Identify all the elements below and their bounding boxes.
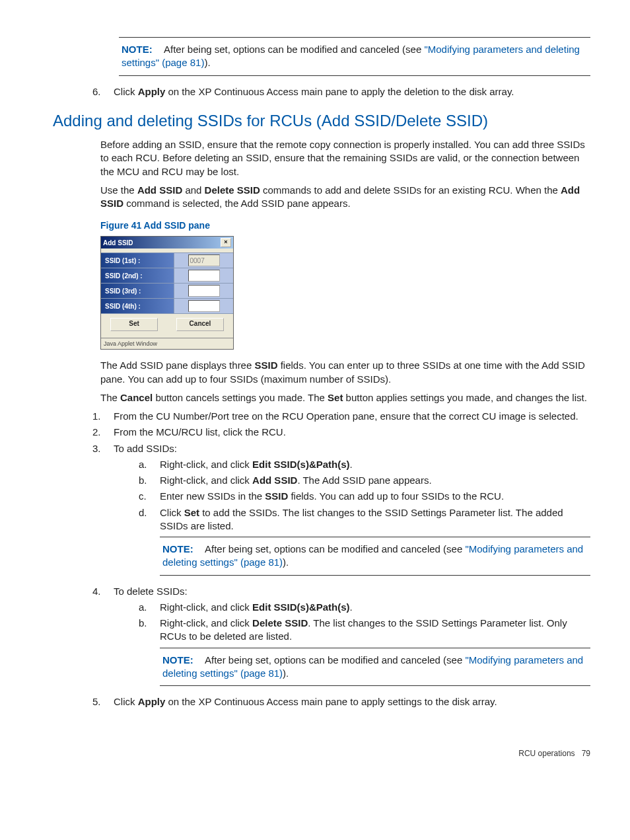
bold-text: Edit SSID(s)&Path(s) <box>252 459 350 470</box>
list-marker: c. <box>139 490 160 503</box>
list-marker: 1. <box>92 410 114 423</box>
close-icon[interactable]: × <box>221 238 231 247</box>
list-marker: d. <box>139 506 160 533</box>
text: Right-click, and click <box>160 459 252 470</box>
dialog-body: SSID (1st) : SSID (2nd) : SSID (3rd) : S… <box>101 248 233 338</box>
set-button[interactable]: Set <box>110 318 158 331</box>
dialog-statusbar: Java Applet Window <box>101 338 233 349</box>
text: The <box>100 392 120 403</box>
text: command is selected, the Add SSID pane a… <box>123 198 351 209</box>
list-item: c. Enter new SSIDs in the SSID fields. Y… <box>139 490 590 503</box>
ssid-input-cell <box>174 253 233 268</box>
bold-text: SSID <box>254 360 277 371</box>
text: Click <box>160 507 184 518</box>
ssid-4th-input[interactable] <box>188 300 220 312</box>
list-text: Click Set to add the SSIDs. The list cha… <box>160 506 590 533</box>
list-text: Right-click, and click Edit SSID(s)&Path… <box>160 601 353 614</box>
text: and <box>182 184 204 196</box>
list-item: d. Click Set to add the SSIDs. The list … <box>139 506 590 533</box>
note-text-after: ). <box>283 668 289 679</box>
note-text: After being set, options can be modified… <box>205 543 465 554</box>
ssid-label: SSID (4th) : <box>101 299 174 313</box>
list-item: 1. From the CU Number/Port tree on the R… <box>92 410 590 423</box>
bold-text: SSID <box>265 490 288 502</box>
list-item: 6. Click Apply on the XP Continuous Acce… <box>92 85 590 98</box>
dialog-add-ssid: Add SSID × SSID (1st) : SSID (2nd) : SSI… <box>100 236 234 350</box>
list-marker: 2. <box>92 426 114 439</box>
note-label: NOTE: <box>162 543 193 554</box>
bold-text: Apply <box>138 86 166 97</box>
list-item: 3. To add SSIDs: <box>92 442 590 455</box>
note-text: After being set, options can be modified… <box>205 654 465 666</box>
bold-text: Set <box>328 392 343 403</box>
ssid-input-cell <box>174 299 233 313</box>
figure-add-ssid-pane: Add SSID × SSID (1st) : SSID (2nd) : SSI… <box>100 236 590 350</box>
text: Click <box>114 696 138 707</box>
cancel-button[interactable]: Cancel <box>176 318 224 331</box>
list-marker: b. <box>139 617 160 644</box>
ssid-2nd-input[interactable] <box>188 270 220 282</box>
dialog-title: Add SSID <box>103 239 133 248</box>
bold-text: Delete SSID <box>205 184 260 196</box>
note-box: NOTE: After being set, options can be mo… <box>160 648 590 687</box>
bold-text: Apply <box>138 696 166 707</box>
list-marker: 6. <box>92 85 114 98</box>
bold-text: Set <box>184 507 199 518</box>
list-item: 5. Click Apply on the XP Continuous Acce… <box>92 695 590 708</box>
ssid-label: SSID (2nd) : <box>101 268 174 283</box>
list-marker: b. <box>139 474 160 487</box>
bold-text: Add SSID <box>252 475 297 486</box>
footer-section: RCU operations <box>518 749 575 758</box>
bold-text: Delete SSID <box>252 617 308 629</box>
list-text: Click Apply on the XP Continuous Access … <box>114 695 497 708</box>
list-marker: a. <box>139 601 160 614</box>
list-item: 4. To delete SSIDs: <box>92 585 590 598</box>
dialog-buttons: Set Cancel <box>101 314 233 338</box>
text: on the XP Continuous Access main pane to… <box>165 86 514 97</box>
list-text: To add SSIDs: <box>114 442 177 455</box>
paragraph: Use the Add SSID and Delete SSID command… <box>100 184 590 211</box>
list-text: Right-click, and click Add SSID. The Add… <box>160 474 432 487</box>
note-label: NOTE: <box>162 654 193 666</box>
list-marker: 5. <box>92 695 114 708</box>
text: button applies settings you made, and ch… <box>343 392 586 403</box>
paragraph: The Cancel button cancels settings you m… <box>100 391 590 404</box>
paragraph: The Add SSID pane displays three SSID fi… <box>100 359 590 386</box>
figure-caption: Figure 41 Add SSID pane <box>100 219 590 232</box>
ssid-row: SSID (4th) : <box>101 299 233 314</box>
ssid-3rd-input[interactable] <box>188 285 220 297</box>
list-item: b. Right-click, and click Add SSID. The … <box>139 474 590 487</box>
text: fields. You can add up to four SSIDs to … <box>288 490 504 502</box>
bold-text: Cancel <box>120 392 153 403</box>
list-text: Right-click, and click Edit SSID(s)&Path… <box>160 458 353 471</box>
text: The Add SSID pane displays three <box>100 360 254 371</box>
list-text: Right-click, and click Delete SSID. The … <box>160 617 590 644</box>
text: to add the SSIDs. The list changes to th… <box>160 507 563 531</box>
note-box: NOTE: After being set, options can be mo… <box>160 537 590 576</box>
list-text: Click Apply on the XP Continuous Access … <box>114 85 514 98</box>
list-text: From the MCU/RCU list, click the RCU. <box>114 426 286 439</box>
list-marker: 3. <box>92 442 114 455</box>
note-text-after: ). <box>204 57 210 68</box>
text: . <box>350 459 353 470</box>
list-marker: 4. <box>92 585 114 598</box>
dialog-titlebar: Add SSID × <box>101 237 233 248</box>
text: . <box>350 601 353 613</box>
list-item: a. Right-click, and click Edit SSID(s)&P… <box>139 458 590 471</box>
text: commands to add and delete SSIDs for an … <box>260 184 561 196</box>
note-text-after: ). <box>283 556 289 568</box>
footer-page: 79 <box>582 749 590 758</box>
bold-text: Add SSID <box>137 184 182 196</box>
text: on the XP Continuous Access main pane to… <box>165 696 497 707</box>
ssid-label: SSID (3rd) : <box>101 284 174 298</box>
page-footer: RCU operations 79 <box>53 748 590 759</box>
text: Right-click, and click <box>160 617 252 629</box>
ssid-1st-input[interactable] <box>188 254 220 266</box>
note-box-top: NOTE: After being set, options can be mo… <box>119 37 590 76</box>
list-text: From the CU Number/Port tree on the RCU … <box>114 410 578 423</box>
list-item: 2. From the MCU/RCU list, click the RCU. <box>92 426 590 439</box>
section-heading: Adding and deleting SSIDs for RCUs (Add … <box>53 110 590 132</box>
list-item: a. Right-click, and click Edit SSID(s)&P… <box>139 601 590 614</box>
text: Click <box>114 86 138 97</box>
ssid-row: SSID (3rd) : <box>101 284 233 299</box>
